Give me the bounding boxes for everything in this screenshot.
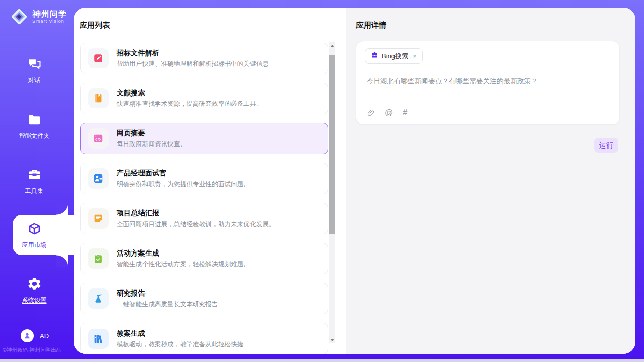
- sidebar-item-smart-folders[interactable]: 智能文件夹: [0, 113, 68, 140]
- cube-icon: [27, 222, 42, 236]
- copyright-footer: ©神州数码·神州问学出品: [3, 347, 74, 354]
- app-card-title: 活动方案生成: [117, 249, 250, 258]
- tag-close-icon[interactable]: ×: [413, 52, 417, 60]
- research-report-icon: [88, 288, 109, 309]
- app-card[interactable]: 招标文件解析帮助用户快速、准确地理解和解析招标书中的关键信息: [80, 43, 328, 74]
- app-card-title: 项目总结汇报: [117, 209, 275, 218]
- sidebar-item-label: 系统设置: [0, 296, 68, 305]
- app-card[interactable]: 教案生成模板驱动，教案秒成，教学准备从此轻松快捷: [80, 323, 328, 354]
- brand-name: 神州问学: [32, 10, 67, 19]
- app-card-list: 招标文件解析帮助用户快速、准确地理解和解析招标书中的关键信息文献搜索快速精准查找…: [80, 43, 328, 354]
- sidebar-item-toolkit[interactable]: 工具集: [0, 167, 68, 195]
- lesson-books-icon: [88, 329, 109, 349]
- app-card-description: 智能生成个性化活动方案，轻松解决规划难题。: [117, 260, 250, 269]
- scroll-up-button[interactable]: [329, 42, 335, 49]
- app-card-title: 文献搜索: [117, 89, 263, 98]
- gear-icon: [27, 277, 42, 291]
- scroll-down-button[interactable]: [329, 336, 335, 343]
- attachment-icon[interactable]: [367, 108, 375, 117]
- input-toolbar: @ #: [367, 108, 407, 117]
- user-name: AD: [40, 332, 49, 340]
- brand-diamond-icon: [9, 7, 29, 27]
- brand-logo: 神州问学 Smart Vision: [9, 7, 67, 27]
- hash-icon[interactable]: #: [403, 108, 407, 117]
- app-card[interactable]: 活动方案生成智能生成个性化活动方案，轻松解决规划难题。: [80, 243, 328, 274]
- app-card-title: 招标文件解析: [117, 49, 269, 58]
- app-card-title: 网页摘要: [117, 129, 187, 138]
- sidebar-item-label: 智能文件夹: [0, 132, 68, 140]
- app-detail-panel: 应用详情 Bing搜索 × 今日湖北有哪些新闻要点？有哪些需要关注的最新政策？ …: [346, 8, 635, 354]
- app-card-description: 模板驱动，教案秒成，教学准备从此轻松快捷: [117, 340, 243, 349]
- sidebar-item-label: 对话: [0, 76, 68, 85]
- app-card-title: 研究报告: [117, 289, 218, 298]
- query-input[interactable]: 今日湖北有哪些新闻要点？有哪些需要关注的最新政策？: [367, 77, 610, 86]
- brand-subtitle: Smart Vision: [32, 19, 67, 24]
- app-card-description: 全面回顾项目进展，总结经验教训，助力未来优化发展。: [117, 220, 275, 229]
- sidebar-item-system-settings[interactable]: 系统设置: [0, 277, 68, 305]
- app-card[interactable]: 文献搜索快速精准查找学术资源，提高研究效率的必备工具。: [80, 83, 328, 114]
- sidebar-item-chat[interactable]: 对话: [0, 57, 68, 85]
- app-window: 神州问学 Smart Vision 对话智能文件夹工具集应用市场系统设置 AD …: [0, 0, 644, 362]
- scrollbar[interactable]: [329, 42, 335, 343]
- folder-icon: [27, 113, 42, 127]
- app-card-description: 明确身份和职责，为您提供专业性的面试问题。: [117, 180, 250, 189]
- app-list-title: 应用列表: [80, 21, 110, 30]
- app-card[interactable]: 研究报告一键智能生成高质量长文本研究报告: [80, 283, 328, 314]
- user-row[interactable]: AD: [21, 329, 49, 342]
- app-card-description: 每日政府新闻资讯快查。: [117, 140, 187, 149]
- tender-doc-icon: [88, 48, 109, 68]
- mention-icon[interactable]: @: [385, 108, 393, 117]
- tool-tag-chip[interactable]: Bing搜索 ×: [365, 48, 423, 64]
- prompt-card: Bing搜索 × 今日湖北有哪些新闻要点？有哪些需要关注的最新政策？ @ #: [356, 41, 620, 125]
- sidebar: 神州问学 Smart Vision 对话智能文件夹工具集应用市场系统设置 AD …: [0, 0, 74, 362]
- app-card-description: 一键智能生成高质量长文本研究报告: [117, 300, 218, 309]
- app-card-description: 快速精准查找学术资源，提高研究效率的必备工具。: [117, 100, 263, 108]
- bottom-strip: [0, 359, 644, 362]
- app-card-title: 教案生成: [117, 329, 243, 338]
- avatar: [21, 329, 34, 342]
- webpage-icon: [88, 128, 109, 149]
- plan-clipboard-icon: [88, 248, 109, 269]
- sidebar-item-app-market[interactable]: 应用市场: [0, 222, 68, 249]
- app-card-title: 产品经理面试官: [117, 169, 250, 178]
- app-detail-title: 应用详情: [356, 21, 386, 30]
- content-area: 应用列表 招标文件解析帮助用户快速、准确地理解和解析招标书中的关键信息文献搜索快…: [74, 8, 635, 354]
- sidebar-item-label: 应用市场: [0, 241, 68, 249]
- sidebar-item-label: 工具集: [0, 187, 68, 195]
- summary-note-icon: [88, 208, 109, 229]
- app-list-panel: 应用列表 招标文件解析帮助用户快速、准确地理解和解析招标书中的关键信息文献搜索快…: [74, 8, 346, 354]
- tool-tag-label: Bing搜索: [382, 52, 408, 61]
- run-button[interactable]: 运行: [594, 138, 618, 153]
- chat-icon: [27, 57, 42, 71]
- interviewer-icon: [88, 168, 109, 189]
- app-card[interactable]: 网页摘要每日政府新闻资讯快查。: [80, 123, 328, 154]
- briefcase-icon: [371, 51, 378, 61]
- app-card[interactable]: 项目总结汇报全面回顾项目进展，总结经验教训，助力未来优化发展。: [80, 203, 328, 234]
- toolbox-icon: [27, 167, 42, 182]
- app-card-description: 帮助用户快速、准确地理解和解析招标书中的关键信息: [117, 60, 269, 68]
- scroll-thumb[interactable]: [329, 55, 335, 234]
- literature-book-icon: [88, 88, 109, 108]
- app-card[interactable]: 产品经理面试官明确身份和职责，为您提供专业性的面试问题。: [80, 163, 328, 194]
